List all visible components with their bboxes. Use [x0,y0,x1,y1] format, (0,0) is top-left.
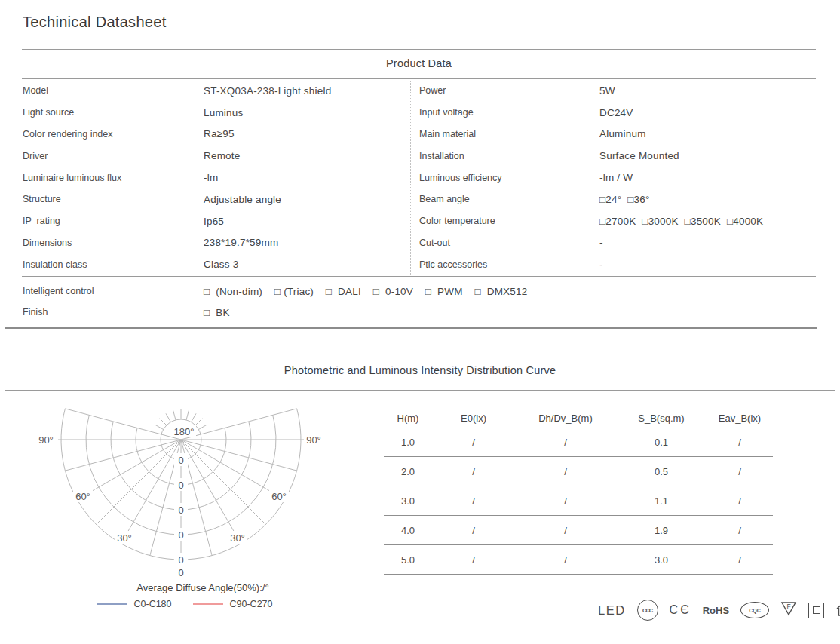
table-row: 5.0 / / 3.0 / [384,545,773,575]
spec-value: DC24V [599,107,633,118]
legend-line-red-icon [193,603,223,605]
spec-value: □ BK [204,307,230,318]
cqc-mark-icon: CQC [740,602,769,618]
class-ii-double-square-icon [808,603,824,618]
f-triangle-icon: F [780,601,797,619]
spec-row-power: Power 5W [419,80,815,102]
table-cell: / [432,495,515,507]
divider-photometric [5,390,835,391]
rohs-mark-icon: RoHS [703,605,729,616]
spec-label: Insulation class [23,259,204,270]
spec-row-color-temperature: Color temperature □2700K □3000K □3500K □… [419,210,815,232]
polar-legend-title: Average Diffuse Angle(50%):/° [37,582,369,593]
divider-top [22,49,816,50]
spec-label: Finish [23,307,204,317]
column-header: E0(lx) [432,412,515,424]
legend-label: C0-C180 [133,599,171,609]
column-header: Eav_B(lx) [707,412,773,424]
table-cell: / [707,525,773,536]
spec-label: Ptic accessories [419,259,599,270]
divider-mid [22,276,816,277]
table-header-row: H(m) E0(lx) Dh/Dv_B(m) S_B(sq.m) Eav_B(l… [384,408,773,428]
ccc-mark-icon: CCC [637,600,658,621]
spec-row-model: Model ST-XQ03A-238-Light shield [23,80,403,102]
spec-row-luminous-flux: Luminaire luminous flux -lm [23,167,403,189]
table-cell: 1.9 [616,525,707,536]
polar-radial-zero: 0 [178,567,183,578]
indoor-use-house-icon [835,600,840,621]
polar-legend: Average Diffuse Angle(50%):/° C0-C180 C9… [19,582,351,609]
spec-label: Color temperature [419,216,599,226]
spec-label: Luminaire luminous flux [23,173,204,183]
spec-value: □2700K □3000K □3500K □4000K [599,216,763,227]
table-cell: / [707,466,773,477]
spec-label: Luminous efficiency [419,173,599,183]
column-header: Dh/Dv_B(m) [515,412,616,424]
spec-row-main-material: Main material Aluminum [419,124,815,146]
spec-column-right: Power 5W Input voltage DC24V Main materi… [419,80,815,275]
ce-mark-icon: CЄ [670,603,691,617]
table-cell: 1.1 [616,495,707,507]
spec-row-ptic-accessories: Ptic accessories - [419,253,815,275]
table-cell: 0.5 [616,466,707,477]
table-cell: 4.0 [384,525,432,536]
spec-row-light-source: Light source Luminus [23,102,403,124]
column-divider-dotted [410,81,411,275]
spec-row-intelligent-control: Intelligent control □ (Non-dim) □ (Triac… [23,281,784,302]
table-cell: / [432,525,515,536]
spec-value: Remote [204,150,240,161]
table-cell: / [432,554,515,566]
legend-line-blue-icon [97,603,127,605]
polar-label-30-left: 30° [117,532,132,544]
spec-value: Adjustable angle [204,194,281,205]
legend-item-c0-c180: C0-C180 [97,599,171,609]
spec-column-left: Model ST-XQ03A-238-Light shield Light so… [23,80,403,275]
spec-value: Luminus [204,107,243,118]
certification-marks: LED CCC CЄ RoHS CQC F [598,600,840,621]
product-data-section-title: Product Data [22,57,816,69]
spec-label: Light source [23,107,204,118]
spec-label: Input voltage [419,107,599,118]
led-label: LED [598,603,626,618]
column-header: H(m) [384,412,432,424]
spec-label: Color rendering index [23,129,204,140]
table-cell: 1.0 [384,437,432,448]
table-cell: / [432,466,515,477]
spec-value: □24° □36° [599,194,650,205]
table-cell: / [515,525,616,536]
page-title: Techinical Datasheet [23,14,167,31]
spec-label: Beam angle [419,194,599,204]
table-row: 2.0 / / 0.5 / [384,457,773,486]
spec-value: -lm / W [599,172,633,183]
polar-radial-zero: 0 [178,529,183,541]
spec-value: -lm [204,172,218,183]
polar-radial-zero: 0 [178,480,183,491]
spec-value: Surface Mounted [599,150,679,161]
spec-value: Aluminum [599,128,646,140]
table-cell: 3.0 [384,495,432,507]
spec-row-insulation: Insulation class Class 3 [23,253,403,275]
spec-value: Ra≥95 [204,128,235,140]
spec-label: Cut-out [419,238,599,248]
polar-label-60-right: 60° [271,491,287,502]
table-row: 1.0 / / 0.1 / [384,428,773,457]
table-cell: / [515,437,616,448]
table-cell: / [432,437,515,448]
polar-label-60-left: 60° [75,491,90,502]
spec-value: 5W [599,85,615,97]
polar-radial-zero: 0 [178,504,183,516]
spec-label: Installation [419,151,599,161]
column-header: S_B(sq.m) [616,412,707,424]
spec-row-structure: Structure Adjustable angle [23,189,403,210]
spec-value: Ip65 [204,216,224,227]
polar-label-180: 180° [174,426,195,437]
polar-grid: 180° 90° 90° 60° 60° 30° 30° 0 0 0 0 0 0 [19,407,351,582]
spec-row-beam-angle: Beam angle □24° □36° [419,189,815,210]
spec-label: Structure [23,194,204,204]
divider-bottom-thick [5,327,817,329]
polar-label-90-right: 90° [306,434,321,446]
divider-under-header [22,78,816,79]
spec-label: Driver [23,151,204,161]
table-cell: / [515,554,616,566]
spec-row-cut-out: Cut-out - [419,232,815,254]
